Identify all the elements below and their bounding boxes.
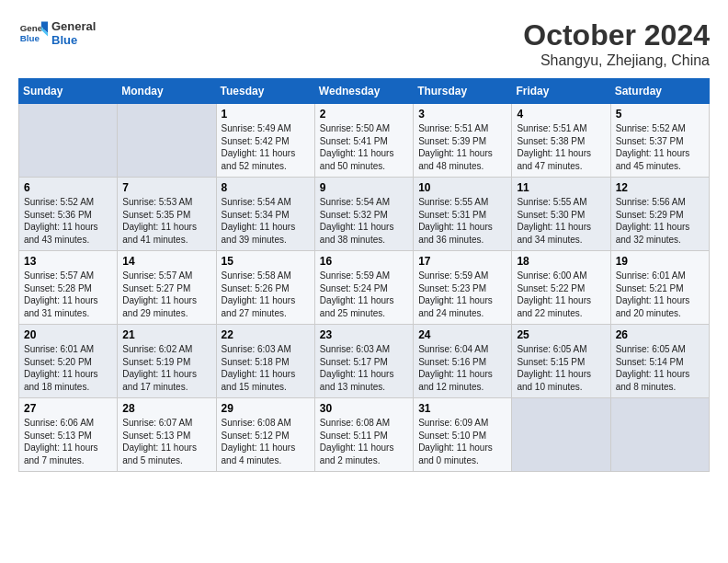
day-number: 31	[418, 402, 506, 415]
calendar-header-row: SundayMondayTuesdayWednesdayThursdayFrid…	[19, 79, 710, 104]
day-number: 29	[222, 402, 310, 415]
calendar-cell: 31Sunrise: 6:09 AM Sunset: 5:10 PM Dayli…	[414, 398, 512, 472]
day-number: 20	[24, 328, 112, 341]
calendar-cell: 7Sunrise: 5:53 AM Sunset: 5:35 PM Daylig…	[118, 178, 216, 251]
calendar-cell: 11Sunrise: 5:55 AM Sunset: 5:30 PM Dayli…	[512, 178, 610, 251]
calendar-week-4: 20Sunrise: 6:01 AM Sunset: 5:20 PM Dayli…	[19, 325, 710, 398]
calendar-cell: 20Sunrise: 6:01 AM Sunset: 5:20 PM Dayli…	[19, 325, 118, 398]
day-info: Sunrise: 5:51 AM Sunset: 5:39 PM Dayligh…	[418, 122, 506, 172]
day-header-monday: Monday	[118, 79, 216, 104]
calendar-cell: 24Sunrise: 6:04 AM Sunset: 5:16 PM Dayli…	[414, 325, 512, 398]
calendar-cell: 1Sunrise: 5:49 AM Sunset: 5:42 PM Daylig…	[216, 104, 314, 178]
day-header-sunday: Sunday	[19, 79, 118, 104]
calendar-cell	[118, 104, 216, 178]
day-number: 7	[122, 181, 210, 194]
day-number: 12	[616, 181, 704, 194]
day-info: Sunrise: 6:03 AM Sunset: 5:17 PM Dayligh…	[320, 343, 408, 393]
calendar-cell: 6Sunrise: 5:52 AM Sunset: 5:36 PM Daylig…	[19, 178, 118, 251]
day-info: Sunrise: 5:53 AM Sunset: 5:35 PM Dayligh…	[122, 196, 210, 246]
month-title: October 2024	[523, 18, 710, 52]
day-number: 27	[24, 402, 112, 415]
calendar-cell: 18Sunrise: 6:00 AM Sunset: 5:22 PM Dayli…	[512, 251, 610, 325]
calendar-cell: 17Sunrise: 5:59 AM Sunset: 5:23 PM Dayli…	[414, 251, 512, 325]
logo-line2: Blue	[51, 33, 96, 47]
day-info: Sunrise: 5:57 AM Sunset: 5:28 PM Dayligh…	[24, 270, 112, 319]
day-number: 16	[320, 255, 408, 268]
page-header: General Blue General Blue October 2024 S…	[18, 18, 710, 69]
day-header-friday: Friday	[512, 79, 610, 104]
day-info: Sunrise: 6:03 AM Sunset: 5:18 PM Dayligh…	[222, 343, 310, 393]
day-number: 17	[418, 255, 506, 268]
calendar-week-2: 6Sunrise: 5:52 AM Sunset: 5:36 PM Daylig…	[19, 178, 710, 251]
day-info: Sunrise: 5:50 AM Sunset: 5:41 PM Dayligh…	[320, 122, 408, 172]
day-info: Sunrise: 6:00 AM Sunset: 5:22 PM Dayligh…	[517, 270, 605, 319]
day-number: 15	[222, 255, 310, 268]
day-number: 9	[320, 181, 408, 194]
day-info: Sunrise: 6:07 AM Sunset: 5:13 PM Dayligh…	[122, 417, 210, 466]
day-number: 13	[24, 255, 112, 268]
logo: General Blue General Blue	[18, 18, 96, 48]
calendar-week-5: 27Sunrise: 6:06 AM Sunset: 5:13 PM Dayli…	[19, 398, 710, 472]
logo-line1: General	[51, 19, 96, 33]
calendar-cell: 3Sunrise: 5:51 AM Sunset: 5:39 PM Daylig…	[414, 104, 512, 178]
day-number: 3	[418, 108, 506, 121]
day-info: Sunrise: 6:08 AM Sunset: 5:11 PM Dayligh…	[320, 417, 408, 466]
title-block: October 2024 Shangyu, Zhejiang, China	[523, 18, 710, 69]
day-info: Sunrise: 5:55 AM Sunset: 5:31 PM Dayligh…	[418, 196, 506, 246]
day-info: Sunrise: 6:01 AM Sunset: 5:20 PM Dayligh…	[24, 343, 112, 393]
day-info: Sunrise: 6:08 AM Sunset: 5:12 PM Dayligh…	[222, 417, 310, 466]
calendar-cell: 16Sunrise: 5:59 AM Sunset: 5:24 PM Dayli…	[314, 251, 413, 325]
calendar-cell: 4Sunrise: 5:51 AM Sunset: 5:38 PM Daylig…	[512, 104, 610, 178]
day-info: Sunrise: 6:09 AM Sunset: 5:10 PM Dayligh…	[418, 417, 506, 466]
calendar-cell: 28Sunrise: 6:07 AM Sunset: 5:13 PM Dayli…	[118, 398, 216, 472]
day-number: 5	[616, 108, 704, 121]
calendar-cell	[19, 104, 118, 178]
day-info: Sunrise: 5:59 AM Sunset: 5:23 PM Dayligh…	[418, 270, 506, 319]
calendar-cell: 10Sunrise: 5:55 AM Sunset: 5:31 PM Dayli…	[414, 178, 512, 251]
day-info: Sunrise: 6:06 AM Sunset: 5:13 PM Dayligh…	[24, 417, 112, 466]
day-header-tuesday: Tuesday	[216, 79, 314, 104]
calendar-cell: 5Sunrise: 5:52 AM Sunset: 5:37 PM Daylig…	[610, 104, 709, 178]
calendar-cell: 13Sunrise: 5:57 AM Sunset: 5:28 PM Dayli…	[19, 251, 118, 325]
day-info: Sunrise: 6:05 AM Sunset: 5:14 PM Dayligh…	[616, 343, 704, 393]
calendar-cell: 22Sunrise: 6:03 AM Sunset: 5:18 PM Dayli…	[216, 325, 314, 398]
day-info: Sunrise: 6:01 AM Sunset: 5:21 PM Dayligh…	[616, 270, 704, 319]
day-number: 10	[418, 181, 506, 194]
day-number: 2	[320, 108, 408, 121]
calendar-cell	[610, 398, 709, 472]
logo-icon: General Blue	[18, 18, 48, 48]
day-number: 4	[517, 108, 605, 121]
day-info: Sunrise: 6:05 AM Sunset: 5:15 PM Dayligh…	[517, 343, 605, 393]
calendar-cell: 2Sunrise: 5:50 AM Sunset: 5:41 PM Daylig…	[314, 104, 413, 178]
day-number: 26	[616, 328, 704, 341]
calendar-cell: 30Sunrise: 6:08 AM Sunset: 5:11 PM Dayli…	[314, 398, 413, 472]
calendar-cell	[512, 398, 610, 472]
calendar-cell: 12Sunrise: 5:56 AM Sunset: 5:29 PM Dayli…	[610, 178, 709, 251]
day-number: 6	[24, 181, 112, 194]
calendar-cell: 9Sunrise: 5:54 AM Sunset: 5:32 PM Daylig…	[314, 178, 413, 251]
calendar-cell: 25Sunrise: 6:05 AM Sunset: 5:15 PM Dayli…	[512, 325, 610, 398]
day-info: Sunrise: 5:54 AM Sunset: 5:34 PM Dayligh…	[222, 196, 310, 246]
day-header-wednesday: Wednesday	[314, 79, 413, 104]
day-header-saturday: Saturday	[610, 79, 709, 104]
day-number: 22	[222, 328, 310, 341]
day-number: 30	[320, 402, 408, 415]
day-info: Sunrise: 5:49 AM Sunset: 5:42 PM Dayligh…	[222, 122, 310, 172]
day-number: 21	[122, 328, 210, 341]
day-info: Sunrise: 5:54 AM Sunset: 5:32 PM Dayligh…	[320, 196, 408, 246]
day-info: Sunrise: 5:59 AM Sunset: 5:24 PM Dayligh…	[320, 270, 408, 319]
calendar-week-3: 13Sunrise: 5:57 AM Sunset: 5:28 PM Dayli…	[19, 251, 710, 325]
calendar-week-1: 1Sunrise: 5:49 AM Sunset: 5:42 PM Daylig…	[19, 104, 710, 178]
calendar-cell: 14Sunrise: 5:57 AM Sunset: 5:27 PM Dayli…	[118, 251, 216, 325]
calendar-cell: 15Sunrise: 5:58 AM Sunset: 5:26 PM Dayli…	[216, 251, 314, 325]
day-info: Sunrise: 5:56 AM Sunset: 5:29 PM Dayligh…	[616, 196, 704, 246]
day-info: Sunrise: 5:51 AM Sunset: 5:38 PM Dayligh…	[517, 122, 605, 172]
day-header-thursday: Thursday	[414, 79, 512, 104]
day-number: 1	[222, 108, 310, 121]
day-number: 24	[418, 328, 506, 341]
day-info: Sunrise: 5:58 AM Sunset: 5:26 PM Dayligh…	[222, 270, 310, 319]
day-number: 28	[122, 402, 210, 415]
day-number: 8	[222, 181, 310, 194]
calendar-cell: 23Sunrise: 6:03 AM Sunset: 5:17 PM Dayli…	[314, 325, 413, 398]
day-number: 19	[616, 255, 704, 268]
